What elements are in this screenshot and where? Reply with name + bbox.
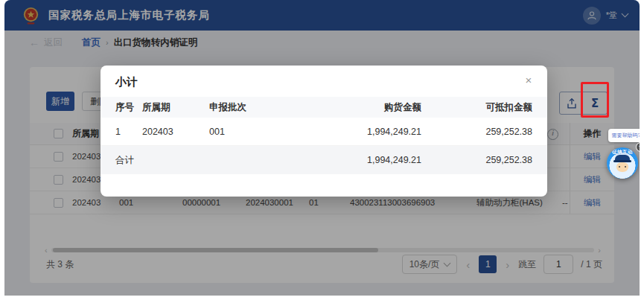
modal-total-row: 合计 1,994,249.21 259,252.38: [101, 146, 547, 174]
modal-table-header: 序号 所属期 申报批次 购货金额 可抵扣金额: [101, 97, 547, 118]
close-icon[interactable]: ×: [520, 71, 537, 88]
assistant-bubble[interactable]: 需要帮助吗?: [608, 129, 640, 142]
police-hat-icon: [615, 155, 630, 161]
app-window: 国家税务总局上海市电子税务局 *堂 ← 返回 首页 › 出口货物转内销证明 新增…: [4, 0, 640, 296]
modal-table: 序号 所属期 申报批次 购货金额 可抵扣金额 1 202403 001 1,99…: [101, 97, 547, 174]
modal-table-row: 1 202403 001 1,994,249.21 259,252.38: [101, 118, 547, 146]
police-face-icon: [616, 162, 628, 172]
annotation-highlight: [581, 82, 609, 118]
modal-title: 小计: [115, 75, 138, 89]
subtotal-modal: 小计 × 序号 所属期 申报批次 购货金额 可抵扣金额 1 202403 001…: [101, 66, 547, 197]
assistant-avatar[interactable]: 征纳互动: [607, 147, 638, 179]
